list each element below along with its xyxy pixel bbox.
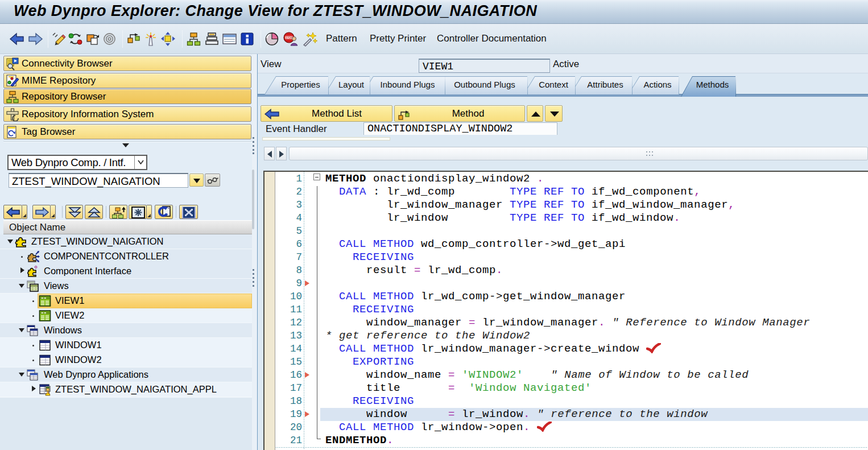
svg-text:STOP: STOP [286,36,292,39]
